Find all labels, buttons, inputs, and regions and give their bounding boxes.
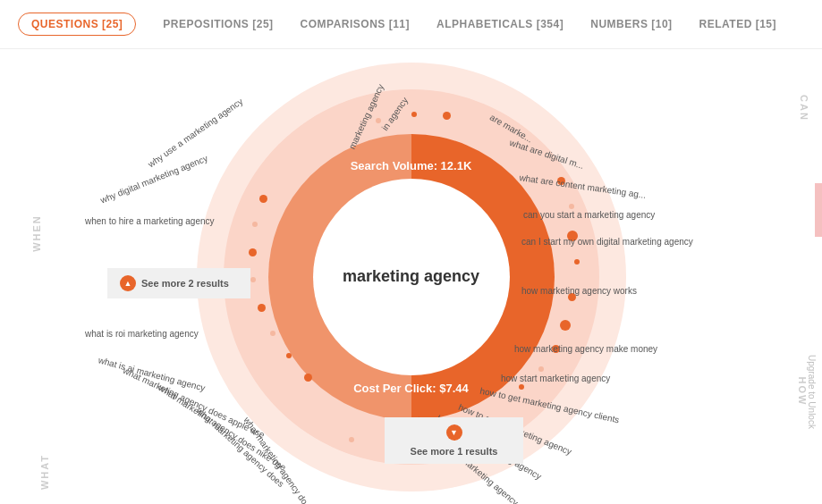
main-area: WHEN WHAT HOW CAN Upgrade to Unlock mark… [0,49,822,504]
see-more-left-banner[interactable]: ▲ See more 2 results [107,268,250,298]
dot-3 [249,248,257,256]
see-more-bottom-banner[interactable]: ▼ See more 1 results [385,417,523,464]
dot-r9 [519,384,524,390]
section-can: CAN [799,95,809,122]
cpc-label: Cost Per Click: $7.44 [353,382,469,395]
tab-questions[interactable]: QUESTIONS [25] [18,13,136,36]
tab-prepositions[interactable]: PREPOSITIONS [25] [163,18,273,30]
kw-can-start[interactable]: can you start a marketing agency [523,210,655,220]
dot-t2 [411,112,417,117]
upgrade-label[interactable]: Upgrade to Unlock [807,355,817,429]
section-when: WHEN [31,214,42,252]
center-circle: marketing agency [313,179,510,375]
section-what: WHAT [39,454,50,490]
dot-t1 [376,118,381,123]
tab-related[interactable]: RELATED [15] [699,18,776,30]
dot-b1 [349,437,354,442]
dot-r6 [560,320,571,331]
dot-r4 [574,259,580,265]
search-volume-label: Search Volume: 12.1K [351,159,472,172]
kw-how-start[interactable]: how start marketing agency [501,374,610,383]
tab-alphabeticals[interactable]: ALPHABETICALS [354] [436,18,564,30]
kw-can-own[interactable]: can I start my own digital marketing age… [521,237,693,247]
dot-6 [270,331,275,336]
dot-8 [304,374,312,382]
nav-tabs: QUESTIONS [25] PREPOSITIONS [25] COMPARI… [0,0,822,49]
dot-r8 [538,366,544,372]
dot-7 [286,353,292,358]
see-more-left-label: See more 2 results [141,278,229,289]
dot-1 [259,195,267,203]
tab-numbers[interactable]: NUMBERS [10] [590,18,672,30]
dot-t3 [443,112,451,120]
see-more-bottom-icon: ▼ [446,424,462,441]
kw-what-roi[interactable]: what is roi marketing agency [85,329,199,339]
kw-how-make-money[interactable]: how marketing agency make money [514,344,657,354]
see-more-bottom-label: See more 1 results [411,446,498,457]
dot-r2 [569,204,574,209]
dot-4 [250,277,256,282]
dot-2 [252,222,258,227]
center-keyword: marketing agency [343,266,479,287]
dot-5 [258,304,266,312]
tab-comparisons[interactable]: COMPARISONS [11] [301,18,410,30]
kw-when-hire[interactable]: when to hire a marketing agency [85,216,215,226]
see-more-left-icon: ▲ [120,275,136,291]
pink-accent-bar [815,183,822,237]
kw-how-works[interactable]: how marketing agency works [521,286,637,296]
